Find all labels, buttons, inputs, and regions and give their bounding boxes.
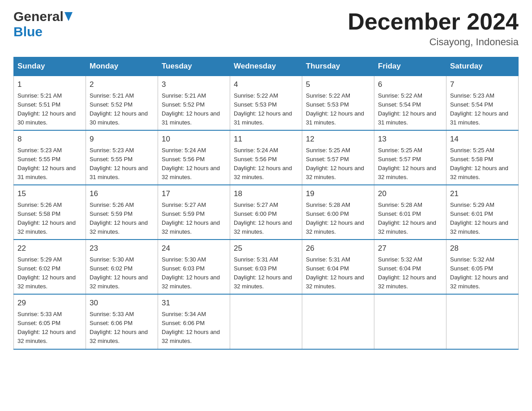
day-number: 6 (378, 79, 442, 90)
day-info: Sunrise: 5:22 AMSunset: 5:54 PMDaylight:… (378, 92, 436, 126)
day-number: 18 (234, 188, 298, 200)
day-number: 31 (162, 297, 226, 309)
calendar-cell: 8Sunrise: 5:23 AMSunset: 5:55 PMDaylight… (14, 130, 86, 185)
day-info: Sunrise: 5:25 AMSunset: 5:57 PMDaylight:… (378, 147, 436, 180)
page-header: General Blue December 2024 Cisayong, Ind… (13, 9, 519, 48)
day-info: Sunrise: 5:30 AMSunset: 6:03 PMDaylight:… (162, 256, 220, 290)
calendar-cell: 28Sunrise: 5:32 AMSunset: 6:05 PMDayligh… (446, 240, 519, 294)
calendar-cell: 4Sunrise: 5:22 AMSunset: 5:53 PMDaylight… (230, 76, 302, 130)
logo-line1: General (13, 9, 73, 24)
col-header-monday: Monday (86, 57, 158, 76)
title-section: December 2024 Cisayong, Indonesia (348, 9, 519, 48)
calendar-table: SundayMondayTuesdayWednesdayThursdayFrid… (13, 57, 519, 349)
day-info: Sunrise: 5:34 AMSunset: 6:06 PMDaylight:… (162, 311, 220, 344)
calendar-cell: 15Sunrise: 5:26 AMSunset: 5:58 PMDayligh… (14, 185, 86, 240)
day-info: Sunrise: 5:22 AMSunset: 5:53 PMDaylight:… (306, 92, 364, 126)
day-number: 29 (17, 297, 82, 309)
calendar-cell: 26Sunrise: 5:31 AMSunset: 6:04 PMDayligh… (302, 240, 374, 294)
calendar-cell: 14Sunrise: 5:25 AMSunset: 5:58 PMDayligh… (446, 130, 519, 185)
day-info: Sunrise: 5:25 AMSunset: 5:57 PMDaylight:… (306, 147, 364, 180)
day-info: Sunrise: 5:26 AMSunset: 5:58 PMDaylight:… (17, 201, 76, 235)
col-header-wednesday: Wednesday (230, 57, 302, 76)
day-number: 14 (450, 133, 515, 145)
day-info: Sunrise: 5:22 AMSunset: 5:53 PMDaylight:… (234, 92, 292, 126)
calendar-cell: 30Sunrise: 5:33 AMSunset: 6:06 PMDayligh… (86, 294, 158, 349)
calendar-cell (374, 294, 446, 349)
calendar-cell: 19Sunrise: 5:28 AMSunset: 6:00 PMDayligh… (302, 185, 374, 240)
calendar-header-row: SundayMondayTuesdayWednesdayThursdayFrid… (14, 57, 519, 76)
day-info: Sunrise: 5:23 AMSunset: 5:55 PMDaylight:… (90, 147, 148, 180)
day-number: 11 (234, 133, 298, 145)
day-number: 8 (17, 133, 82, 145)
calendar-cell: 22Sunrise: 5:29 AMSunset: 6:02 PMDayligh… (14, 240, 86, 294)
calendar-cell: 3Sunrise: 5:21 AMSunset: 5:52 PMDaylight… (158, 76, 230, 130)
day-number: 5 (306, 79, 370, 90)
day-number: 16 (90, 188, 154, 200)
day-number: 21 (450, 188, 515, 200)
calendar-cell: 6Sunrise: 5:22 AMSunset: 5:54 PMDaylight… (374, 76, 446, 130)
day-number: 12 (306, 133, 370, 145)
day-info: Sunrise: 5:32 AMSunset: 6:05 PMDaylight:… (450, 256, 508, 290)
location-subtitle: Cisayong, Indonesia (348, 36, 519, 48)
calendar-cell: 16Sunrise: 5:26 AMSunset: 5:59 PMDayligh… (86, 185, 158, 240)
calendar-cell: 10Sunrise: 5:24 AMSunset: 5:56 PMDayligh… (158, 130, 230, 185)
day-info: Sunrise: 5:21 AMSunset: 5:52 PMDaylight:… (90, 92, 148, 126)
calendar-cell: 25Sunrise: 5:31 AMSunset: 6:03 PMDayligh… (230, 240, 302, 294)
day-number: 26 (306, 243, 370, 254)
calendar-cell: 9Sunrise: 5:23 AMSunset: 5:55 PMDaylight… (86, 130, 158, 185)
day-info: Sunrise: 5:21 AMSunset: 5:52 PMDaylight:… (162, 92, 220, 126)
calendar-week-row: 1Sunrise: 5:21 AMSunset: 5:51 PMDaylight… (14, 76, 519, 130)
calendar-cell: 2Sunrise: 5:21 AMSunset: 5:52 PMDaylight… (86, 76, 158, 130)
col-header-tuesday: Tuesday (158, 57, 230, 76)
day-number: 2 (90, 79, 154, 90)
calendar-week-row: 29Sunrise: 5:33 AMSunset: 6:05 PMDayligh… (14, 294, 519, 349)
day-info: Sunrise: 5:23 AMSunset: 5:54 PMDaylight:… (450, 92, 508, 126)
logo-blue-text: Blue (13, 24, 43, 39)
calendar-cell: 13Sunrise: 5:25 AMSunset: 5:57 PMDayligh… (374, 130, 446, 185)
calendar-cell (230, 294, 302, 349)
day-number: 17 (162, 188, 226, 200)
day-number: 3 (162, 79, 226, 90)
calendar-cell (446, 294, 519, 349)
calendar-cell: 20Sunrise: 5:28 AMSunset: 6:01 PMDayligh… (374, 185, 446, 240)
col-header-thursday: Thursday (302, 57, 374, 76)
calendar-cell: 17Sunrise: 5:27 AMSunset: 5:59 PMDayligh… (158, 185, 230, 240)
calendar-cell: 21Sunrise: 5:29 AMSunset: 6:01 PMDayligh… (446, 185, 519, 240)
day-info: Sunrise: 5:30 AMSunset: 6:02 PMDaylight:… (90, 256, 148, 290)
day-info: Sunrise: 5:29 AMSunset: 6:02 PMDaylight:… (17, 256, 76, 290)
calendar-week-row: 8Sunrise: 5:23 AMSunset: 5:55 PMDaylight… (14, 130, 519, 185)
day-info: Sunrise: 5:31 AMSunset: 6:03 PMDaylight:… (234, 256, 292, 290)
calendar-cell: 23Sunrise: 5:30 AMSunset: 6:02 PMDayligh… (86, 240, 158, 294)
calendar-cell: 11Sunrise: 5:24 AMSunset: 5:56 PMDayligh… (230, 130, 302, 185)
calendar-cell: 5Sunrise: 5:22 AMSunset: 5:53 PMDaylight… (302, 76, 374, 130)
calendar-cell: 31Sunrise: 5:34 AMSunset: 6:06 PMDayligh… (158, 294, 230, 349)
day-number: 27 (378, 243, 442, 254)
calendar-cell: 7Sunrise: 5:23 AMSunset: 5:54 PMDaylight… (446, 76, 519, 130)
calendar-week-row: 15Sunrise: 5:26 AMSunset: 5:58 PMDayligh… (14, 185, 519, 240)
logo-chevron-icon (64, 12, 73, 21)
calendar-cell: 24Sunrise: 5:30 AMSunset: 6:03 PMDayligh… (158, 240, 230, 294)
day-info: Sunrise: 5:24 AMSunset: 5:56 PMDaylight:… (234, 147, 292, 180)
day-number: 25 (234, 243, 298, 254)
day-info: Sunrise: 5:33 AMSunset: 6:05 PMDaylight:… (17, 311, 76, 344)
calendar-cell: 18Sunrise: 5:27 AMSunset: 6:00 PMDayligh… (230, 185, 302, 240)
day-number: 10 (162, 133, 226, 145)
calendar-cell: 1Sunrise: 5:21 AMSunset: 5:51 PMDaylight… (14, 76, 86, 130)
day-info: Sunrise: 5:25 AMSunset: 5:58 PMDaylight:… (450, 147, 508, 180)
col-header-saturday: Saturday (446, 57, 519, 76)
day-number: 20 (378, 188, 442, 200)
day-info: Sunrise: 5:21 AMSunset: 5:51 PMDaylight:… (17, 92, 76, 126)
day-number: 28 (450, 243, 515, 254)
calendar-week-row: 22Sunrise: 5:29 AMSunset: 6:02 PMDayligh… (14, 240, 519, 294)
day-number: 4 (234, 79, 298, 90)
day-info: Sunrise: 5:27 AMSunset: 6:00 PMDaylight:… (234, 201, 292, 235)
month-year-title: December 2024 (348, 9, 519, 34)
day-info: Sunrise: 5:28 AMSunset: 6:00 PMDaylight:… (306, 201, 364, 235)
day-number: 7 (450, 79, 515, 90)
day-info: Sunrise: 5:27 AMSunset: 5:59 PMDaylight:… (162, 201, 220, 235)
day-info: Sunrise: 5:28 AMSunset: 6:01 PMDaylight:… (378, 201, 436, 235)
col-header-sunday: Sunday (14, 57, 86, 76)
day-info: Sunrise: 5:26 AMSunset: 5:59 PMDaylight:… (90, 201, 148, 235)
calendar-cell: 29Sunrise: 5:33 AMSunset: 6:05 PMDayligh… (14, 294, 86, 349)
day-number: 30 (90, 297, 154, 309)
